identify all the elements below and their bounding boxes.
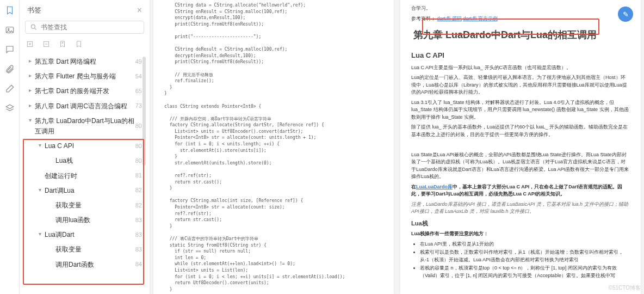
page-left: CString data = CString.allocate("hellowo…	[153, 0, 394, 294]
page-number: 83	[135, 245, 144, 255]
bookmark-item[interactable]: ▾Dart调Lua82	[20, 183, 150, 198]
page-number: 83	[135, 230, 144, 240]
note: 注意，LuaDardo库基础的API 接口，请查看 LuaBasicAPI 类，…	[411, 201, 630, 216]
page-number: 82	[135, 186, 144, 195]
bookmark-label: 第八章 Dart 调用C语言混合编程	[35, 101, 127, 112]
scrollbar[interactable]	[143, 57, 146, 166]
bookmark-label: Dart调Lua	[45, 186, 75, 196]
bookmark-item[interactable]: 创建运行时81	[20, 169, 150, 183]
watermark: ©51CTO博客	[609, 284, 641, 292]
bookmark-plain-icon[interactable]	[75, 40, 83, 50]
collapse-icon[interactable]	[42, 40, 50, 50]
vertical-toolbar	[0, 0, 20, 294]
chapter-title: 第九章 LuaDardo中Dart与Lua的相互调用	[411, 26, 630, 45]
list-item: 栈索引可以是负数，正数索引叫作绝对索引，从1（栈底）开始递增；负数索引叫作相对索…	[420, 249, 630, 264]
list-item: 若栈的容量是 n，栈顶索引是top（0 < top <= n），则称位于 [1,…	[420, 265, 630, 279]
bookmark-item[interactable]: 获取变量82	[20, 198, 150, 213]
twisty-icon: ▾	[37, 141, 42, 150]
search-icon	[30, 23, 38, 31]
page-number: 82	[135, 201, 144, 211]
bookmark-label: 第六章 Flutter 爬虫与服务端	[35, 71, 116, 82]
para: Lua的定位是一门嵌入、高效、轻量级的可嵌入脚本语言。为了很方便地嵌入到其他宿主…	[411, 74, 630, 96]
twisty-icon: ▸	[27, 57, 33, 65]
twisty-icon: ▾	[37, 230, 42, 238]
list-item: 在Lua API里，栈索引是从1开始的	[420, 241, 630, 248]
panel-title: 书签	[27, 5, 41, 15]
bookmark-label: Lua栈	[55, 156, 73, 166]
help-fab[interactable]: ✎	[618, 7, 633, 22]
link-luadardo[interactable]: LuaLuaDardo库	[416, 184, 453, 189]
twisty-icon: ▸	[27, 101, 33, 110]
bookmark-label: 获取变量	[55, 244, 82, 255]
para: 在LuaLuaDardo库中，基本上兼容了大部分Lua C API，只在命名上做…	[411, 183, 630, 198]
attachment-icon[interactable]	[5, 64, 15, 74]
bookmark-label: 调用Dart函数	[55, 260, 94, 270]
bookmark-label: 创建运行时	[45, 171, 77, 181]
bookmark-item[interactable]: ▸第五章 Dart 网络编程49	[20, 54, 150, 69]
bookmark-item[interactable]: ▾Lua调Dart83	[20, 228, 150, 242]
bullet-list: 在Lua API里，栈索引是从1开始的 栈索引可以是负数，正数索引叫作绝对索引，…	[411, 241, 630, 280]
references: 参考资料： dart:ffi 源码 dart:ffi 官方示例	[411, 15, 630, 23]
para: Lua C API主要是指一系列以 lua_ 开头的C语言函数（也可能是宏函数）…	[411, 64, 630, 72]
page-number: 83	[135, 216, 144, 225]
bookmark-label: Lua调Dart	[45, 230, 75, 240]
bookmark-item[interactable]: ▸第七章 Dart 的服务端开发65	[20, 84, 150, 99]
comment-icon[interactable]	[5, 45, 15, 54]
bookmark-item[interactable]: Lua栈80	[20, 154, 150, 168]
document-view: CString data = CString.allocate("hellowo…	[150, 0, 644, 294]
expand-icon[interactable]	[26, 40, 34, 50]
bookmark-tools	[20, 38, 150, 54]
search-field[interactable]	[41, 23, 139, 31]
section-lua-c-api: Lua C API	[411, 50, 630, 61]
twisty-icon: ▸	[27, 71, 33, 80]
svg-point-1	[8, 28, 9, 29]
bookmark-item[interactable]: ▾Lua C API80	[20, 139, 150, 154]
add-bookmark-icon[interactable]	[59, 40, 66, 50]
bookmark-panel: 书签 × ▸第五章 Dart 网络编程49▸第六章 Flutter 爬虫与服务端…	[20, 0, 150, 294]
bookmark-item[interactable]: ▾第九章 LuaDardo中Dart与Lua的相互调用80	[20, 114, 150, 139]
bookmark-label: 调用lua函数	[55, 215, 90, 225]
eraser-icon[interactable]	[5, 84, 15, 94]
bookmark-label: 第七章 Dart 的服务端开发	[35, 86, 109, 96]
bookmark-label: 获取变量	[55, 200, 82, 211]
para: Lua 3.1引入了 lua_State 结构体，对解释器状态进行了封装。Lua…	[411, 99, 630, 121]
image-icon[interactable]	[5, 25, 15, 35]
para: 除了提供 lua_ 开头的基本函数外，Lua还提供了约60个以 luaL_ 开头…	[411, 124, 630, 138]
search-input[interactable]	[25, 21, 144, 34]
bookmark-label: Lua C API	[45, 141, 74, 151]
para: Lua栈操作有一些需要注意的地方：	[411, 231, 488, 236]
layers-icon[interactable]	[5, 103, 15, 113]
text: 合学习。	[411, 5, 630, 13]
section-lua-stack: Lua栈	[411, 219, 630, 228]
bookmark-item[interactable]: 调用Dart函数84	[20, 258, 150, 272]
bookmark-item[interactable]: ▸第六章 Flutter 爬虫与服务端54	[20, 69, 150, 84]
bookmark-label: 第九章 LuaDardo中Dart与Lua的相互调用	[35, 116, 135, 137]
bookmark-item[interactable]: ▸第八章 Dart 调用C语言混合编程73	[20, 99, 150, 114]
twisty-icon: ▸	[27, 86, 33, 95]
page-number: 81	[135, 171, 144, 181]
svg-point-2	[31, 24, 35, 28]
bookmark-item[interactable]: 获取变量83	[20, 242, 150, 257]
bookmark-icon[interactable]	[5, 5, 15, 15]
page-right: 合学习。 参考资料： dart:ffi 源码 dart:ffi 官方示例 第九章…	[400, 0, 641, 294]
bookmark-label: 第五章 Dart 网络编程	[35, 57, 96, 67]
bookmark-item[interactable]: 调用lua函数83	[20, 213, 150, 228]
twisty-icon: ▾	[37, 186, 42, 194]
twisty-icon: ▾	[27, 116, 33, 125]
link-dartffi-demo[interactable]: dart:ffi 官方示例	[463, 16, 497, 21]
bookmark-tree: ▸第五章 Dart 网络编程49▸第六章 Flutter 爬虫与服务端54▸第七…	[20, 54, 150, 294]
code-block: CString data = CString.allocate("hellowo…	[164, 2, 383, 292]
close-icon[interactable]: ×	[137, 5, 142, 15]
page-number: 84	[135, 260, 144, 270]
link-dartffi-src[interactable]: dart:ffi 源码	[437, 16, 462, 21]
para: Lua State是Lua API最核心的概念，全部的API函数都是围绕Lua …	[411, 151, 630, 181]
